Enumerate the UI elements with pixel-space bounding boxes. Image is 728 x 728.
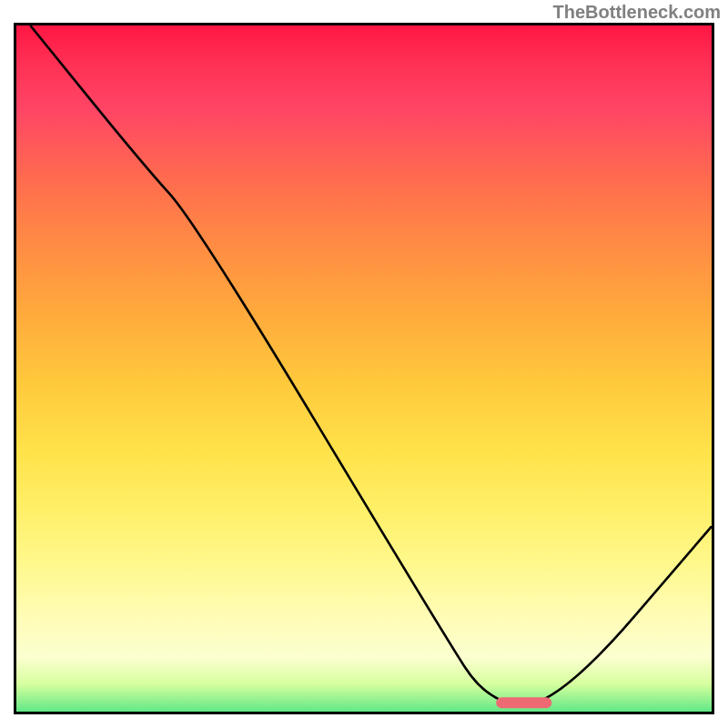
chart-svg (16, 25, 712, 712)
plot-area (14, 23, 714, 714)
optimal-marker (496, 697, 551, 708)
watermark-text: TheBottleneck.com (553, 2, 721, 23)
chart-container: TheBottleneck.com (0, 0, 728, 728)
bottleneck-curve-line (30, 25, 712, 704)
